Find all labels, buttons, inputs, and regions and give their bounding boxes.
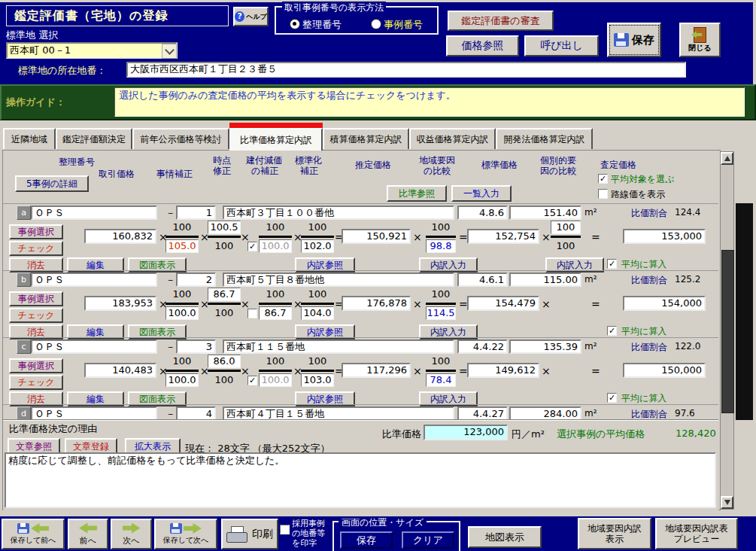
chiiki-value[interactable]: 114.5 <box>426 306 456 320</box>
case-area-field[interactable]: 115.00 <box>509 272 581 287</box>
tab-kaihatsuho-kakaku[interactable]: 開発法価格算定内訳 <box>496 128 593 149</box>
address-field[interactable]: 大阪市西区西本町１丁目２３番５ <box>126 62 686 78</box>
tatetsuke-checkbox[interactable] <box>247 376 257 385</box>
jirei-radio[interactable] <box>371 19 381 29</box>
save-button[interactable]: 保存 <box>607 23 661 57</box>
avg-include-label[interactable]: 平均に算入 <box>621 392 666 405</box>
tab-sekisan-kakaku[interactable]: 積算価格算定内訳 <box>323 128 409 149</box>
hijun-price-input[interactable]: 123,000 <box>424 425 508 440</box>
case-select-button[interactable]: 事例選択 <box>9 224 63 239</box>
jijou-value[interactable]: 105.0 <box>165 239 199 253</box>
case-area-field[interactable]: 151.40 <box>509 205 581 220</box>
save-prev-button[interactable]: 保存して前へ <box>2 519 65 549</box>
case-area-field[interactable]: 284.00 <box>509 406 581 420</box>
check-button[interactable]: チェック <box>9 241 63 256</box>
print-address-checkbox[interactable] <box>280 525 290 534</box>
kobetsu-value[interactable]: 100 <box>551 221 581 234</box>
case-area-field[interactable]: 135.39 <box>509 339 581 354</box>
position-save-button[interactable]: 保存 <box>340 531 393 549</box>
tab-shueki-kakaku[interactable]: 収益価格算定内訳 <box>409 128 496 149</box>
case-date-field[interactable]: 4.4.27 <box>457 406 508 420</box>
reason-textarea[interactable]: 精度に応じて調整し、前記価格をもって比準価格と決定した。 <box>5 452 716 508</box>
tatetsuke-checkbox[interactable] <box>247 242 257 251</box>
seiri-radio[interactable] <box>290 19 300 29</box>
jijou-value[interactable]: 100.0 <box>165 306 199 320</box>
hijun-ref-button[interactable]: 比準参照 <box>387 185 447 202</box>
case-name-field[interactable]: ＯＰＳ <box>31 406 157 420</box>
case-name-field[interactable]: ＯＰＳ <box>31 205 157 220</box>
recall-button[interactable]: 呼び出し <box>524 35 599 56</box>
hyojun-price-field[interactable]: 149,612 <box>467 363 539 378</box>
avg-include-checkbox[interactable] <box>607 259 617 269</box>
case-no-field[interactable]: 1 <box>176 205 216 220</box>
case-date-field[interactable]: 4.6.1 <box>457 272 508 287</box>
jiten-value[interactable]: 86.7 <box>208 288 241 301</box>
vertical-scrollbar[interactable] <box>720 151 734 510</box>
hyojun-price-field[interactable]: 152,754 <box>467 229 539 244</box>
transaction-price-field[interactable]: 140,483 <box>84 363 156 378</box>
case-address-field[interactable]: 西本町４丁目１５番地 <box>223 406 454 420</box>
case-detail-button[interactable]: 5事例の詳細 <box>15 175 89 192</box>
jiten-value[interactable]: 100.5 <box>208 221 241 234</box>
avg-select-label[interactable]: 平均対象を選ぶ <box>611 173 675 186</box>
case-address-field[interactable]: 西本町５丁目８番地他 <box>223 272 454 287</box>
case-no-field[interactable]: 2 <box>176 272 216 287</box>
jiten-value[interactable]: 86.0 <box>208 355 241 368</box>
map-button[interactable]: 地図表示 <box>468 526 542 548</box>
suitei-price-field[interactable]: 176,878 <box>342 296 411 311</box>
chiiki-preview-button[interactable]: 地域要因内訳表 プレビュー <box>655 518 738 549</box>
avg-include-label[interactable]: 平均に算入 <box>621 325 666 338</box>
transaction-price-field[interactable]: 160,832 <box>84 229 156 244</box>
satei-price-field[interactable]: 154,000 <box>623 296 706 311</box>
satei-price-field[interactable]: 150,000 <box>623 363 706 378</box>
hyojun-price-field[interactable]: 154,479 <box>467 296 539 311</box>
chiiki-uchiwake-button[interactable]: 地域要因内訳 表示 <box>578 518 651 549</box>
case-date-field[interactable]: 4.4.22 <box>457 339 508 354</box>
case-no-field[interactable]: 4 <box>176 406 216 420</box>
case-select-button[interactable]: 事例選択 <box>9 358 63 373</box>
scrollbar-up-button[interactable] <box>721 152 733 165</box>
tab-hijun-kakaku[interactable]: 比準価格算定内訳 <box>229 128 323 151</box>
case-date-field[interactable]: 4.8.6 <box>457 205 508 220</box>
avg-select-checkbox[interactable] <box>598 174 608 184</box>
print-address-label[interactable]: 採用事例 の地番等 を印字 <box>292 519 325 548</box>
case-no-field[interactable]: 3 <box>176 339 216 354</box>
tatetsuke-checkbox[interactable] <box>247 309 257 318</box>
tab-zennen-koji[interactable]: 前年公示価格等検討 <box>132 128 229 149</box>
prev-button[interactable]: 前へ <box>68 519 108 549</box>
close-button[interactable]: 閉じる <box>679 23 721 57</box>
scrollbar-down-button[interactable] <box>721 496 733 509</box>
suitei-price-field[interactable]: 117,296 <box>342 363 411 378</box>
jijou-value[interactable]: 100.0 <box>165 373 199 387</box>
tab-kinrin-chiiki[interactable]: 近隣地域 <box>3 128 56 149</box>
case-address-field[interactable]: 西本町３丁目１００番他 <box>223 205 454 220</box>
satei-price-field[interactable]: 153,000 <box>623 229 706 244</box>
avg-include-checkbox[interactable] <box>607 326 617 336</box>
case-address-field[interactable]: 西本町１１５番地 <box>223 339 454 354</box>
site-select-dropdown-button[interactable] <box>162 44 177 59</box>
transaction-price-field[interactable]: 183,953 <box>84 296 156 311</box>
case-name-field[interactable]: ＯＰＳ <box>31 272 157 287</box>
help-button[interactable]: ヘルプ <box>233 7 269 26</box>
print-button[interactable]: 印刷 <box>221 519 278 549</box>
tatetsuke-value[interactable]: 100.0 <box>259 239 292 253</box>
ichiran-input-button[interactable]: 一覧入力 <box>451 185 512 202</box>
seiri-radio-label[interactable]: 整理番号 <box>302 18 342 32</box>
check-button[interactable]: チェック <box>9 375 63 390</box>
case-name-field[interactable]: ＯＰＳ <box>31 339 157 354</box>
chiiki-value[interactable]: 78.4 <box>426 373 456 387</box>
hyojunka-value[interactable]: 104.0 <box>301 306 334 320</box>
rosenka-label[interactable]: 路線価を表示 <box>611 188 665 201</box>
tab-kantei-hyokagaku[interactable]: 鑑定評価額決定 <box>56 128 132 149</box>
suitei-price-field[interactable]: 150,921 <box>342 229 411 244</box>
rosenka-checkbox[interactable] <box>598 189 608 199</box>
jirei-radio-label[interactable]: 事例番号 <box>384 18 423 32</box>
tatetsuke-value[interactable]: 100.0 <box>259 373 292 387</box>
price-ref-button[interactable]: 価格参照 <box>446 35 519 56</box>
scrollbar-thumb[interactable] <box>721 250 734 413</box>
save-next-button[interactable]: 保存して次へ <box>154 519 217 549</box>
review-button[interactable]: 鑑定評価書の審査 <box>448 11 554 31</box>
hyojunka-value[interactable]: 102.0 <box>301 239 334 253</box>
tatetsuke-value[interactable]: 86.7 <box>259 306 292 320</box>
avg-include-checkbox[interactable] <box>607 393 617 403</box>
